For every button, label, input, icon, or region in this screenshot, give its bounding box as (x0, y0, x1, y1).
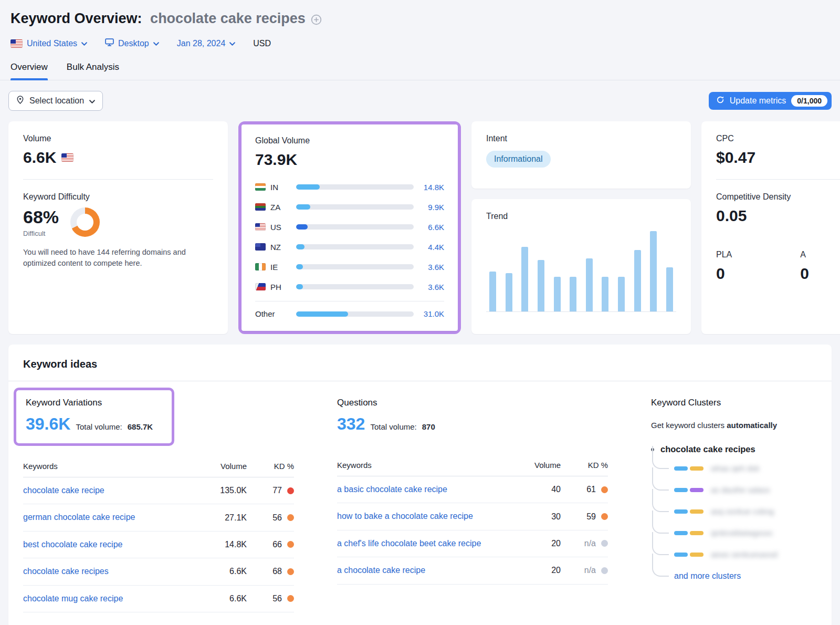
country-volume: 9.9K (414, 203, 444, 212)
cluster-bar-icon (674, 531, 688, 535)
pla-label: PLA (716, 250, 732, 259)
trend-label: Trend (486, 212, 676, 221)
keyword-difficulty-row: 68% Difficult (23, 207, 213, 237)
total-volume-value: 870 (422, 422, 435, 431)
pla-ads-row: PLA 0 A 0 (716, 250, 840, 283)
cluster-label-blurred: asq xsnkue cxbng (711, 507, 774, 516)
kd-value-block: 68% Difficult (23, 207, 59, 237)
kd-dot (601, 513, 608, 520)
keyword-difficulty-label: Keyword Difficulty (23, 192, 213, 202)
cluster-bar-icon (690, 488, 704, 492)
kd-dot (601, 486, 608, 493)
other-volume-row: Other 31.0K (255, 301, 444, 321)
cluster-bar-icon (690, 553, 704, 557)
cluster-label-blurred: whau qeh dsk (711, 464, 760, 473)
volume-cell: 20 (508, 539, 561, 548)
keyword-variations-count[interactable]: 39.6K (26, 414, 70, 434)
keyword-link[interactable]: how to bake a chocolate cake recipe (337, 511, 473, 522)
table-row: how to bake a chocolate cake recipe 30 5… (337, 503, 608, 530)
add-keyword-icon[interactable] (311, 14, 322, 25)
keyword-link[interactable]: german chocolate cake recipe (23, 512, 135, 523)
trend-bar (521, 247, 528, 311)
cluster-bar-icon (690, 531, 704, 535)
intent-trend-column: Intent Informational Trend (471, 121, 691, 334)
tab-overview[interactable]: Overview (10, 62, 48, 80)
more-clusters-link[interactable]: and more clusters (674, 571, 741, 581)
cluster-bar-icon (690, 466, 704, 471)
cluster-item[interactable]: asq xsnkue cxbng (652, 501, 817, 522)
keyword-link[interactable]: a basic chocolate cake recipe (337, 484, 447, 495)
keyword-link[interactable]: chocolate cake recipe (23, 485, 104, 496)
keyword-link[interactable]: a chef's life chocolate beet cake recipe (337, 538, 481, 549)
keyword-link[interactable]: chocolate mug cake recipe (23, 593, 123, 605)
keyword-variations-count-row: 39.6K Total volume: 685.7K (26, 414, 162, 434)
intent-card: Intent Informational (471, 121, 691, 189)
table-row: a chocolate cake recipe 20 n/a (337, 557, 608, 584)
col-header-volume[interactable]: Volume (194, 462, 247, 471)
country-code: IN (270, 183, 278, 192)
select-location-button[interactable]: Select location (8, 91, 103, 111)
kd-value: 66 (272, 540, 282, 549)
trend-bar (506, 273, 512, 311)
ireland-flag-icon (255, 263, 266, 270)
volume-value-row: 6.6K (23, 149, 213, 166)
kd-dot (287, 595, 294, 602)
kd-dot (601, 567, 608, 574)
ads-label: A (800, 250, 809, 259)
table-header: Keywords Volume KD % (23, 455, 294, 477)
kd-cell: 66 (247, 540, 294, 549)
country-code: PH (270, 283, 281, 291)
us-flag-icon (10, 39, 23, 48)
volume-cell: 14.8K (194, 540, 247, 549)
trend-bar (618, 277, 625, 311)
volume-cell: 6.6K (194, 567, 247, 576)
col-header-kd[interactable]: KD % (561, 461, 608, 470)
volume-bar-track (296, 204, 414, 210)
kd-note: You will need to have 144 referring doma… (23, 247, 204, 269)
volume-cell: 20 (508, 566, 561, 575)
col-header-keywords[interactable]: Keywords (23, 462, 194, 471)
volume-cell: 40 (508, 485, 561, 494)
country-volume-row: US 6.6K (255, 217, 444, 237)
country-volume: 6.6K (414, 223, 444, 232)
philippines-flag-icon (255, 283, 266, 290)
trend-bar (489, 272, 496, 311)
location-dropdown[interactable]: United States (10, 39, 87, 48)
update-metrics-button[interactable]: Update metrics 0/1,000 (709, 92, 832, 110)
tab-bulk-analysis[interactable]: Bulk Analysis (67, 62, 119, 80)
ads-block: A 0 (800, 250, 809, 283)
country-volume: 4.4K (414, 243, 444, 252)
metric-cards-row: Volume 6.6K Keyword Difficulty 68% Diffi… (8, 121, 832, 334)
cluster-item[interactable]: aews senkuesaxsd (652, 544, 817, 565)
volume-bar-fill (296, 184, 320, 190)
keyword-clusters-title: Keyword Clusters (651, 398, 817, 408)
keyword-link[interactable]: chocolate cake recipes (23, 566, 109, 577)
questions-count[interactable]: 332 (337, 414, 365, 434)
keyword-link[interactable]: a chocolate cake recipe (337, 565, 425, 576)
cluster-item[interactable]: qmknxklwiwgxsxc (652, 522, 817, 544)
kd-cell: n/a (561, 539, 608, 548)
south-africa-flag-icon (255, 203, 266, 211)
cluster-label-blurred: qmknxklwiwgxsxc (711, 528, 773, 537)
cluster-root-row[interactable]: chocolate cake recipes (651, 444, 817, 454)
date-dropdown[interactable]: Jan 28, 2024 (177, 39, 236, 48)
table-row: chocolate cake recipe 135.0K 77 (23, 477, 294, 504)
kd-value: 77 (272, 486, 282, 495)
country-cell: NZ (255, 243, 296, 252)
table-header: Keywords Volume KD % (337, 454, 608, 476)
col-header-keywords[interactable]: Keywords (337, 461, 508, 470)
keyword-link[interactable]: best chocolate cake recipe (23, 539, 122, 550)
quota-badge: 0/1,000 (791, 95, 827, 107)
cluster-item[interactable]: as dauthe salasx (652, 479, 817, 501)
table-row: chocolate cake recipes 6.6K 68 (23, 558, 294, 585)
cluster-item[interactable]: whau qeh dsk (652, 457, 817, 479)
col-header-kd[interactable]: KD % (247, 462, 294, 471)
col-header-volume[interactable]: Volume (508, 461, 561, 470)
device-dropdown[interactable]: Desktop (105, 38, 159, 48)
kd-dot (287, 487, 294, 494)
total-volume-label: Total volume: (76, 422, 122, 431)
select-location-label: Select location (29, 96, 84, 106)
intent-badge[interactable]: Informational (486, 151, 551, 168)
volume-cell: 27.1K (194, 513, 247, 523)
cluster-root-label: chocolate cake recipes (660, 444, 755, 454)
